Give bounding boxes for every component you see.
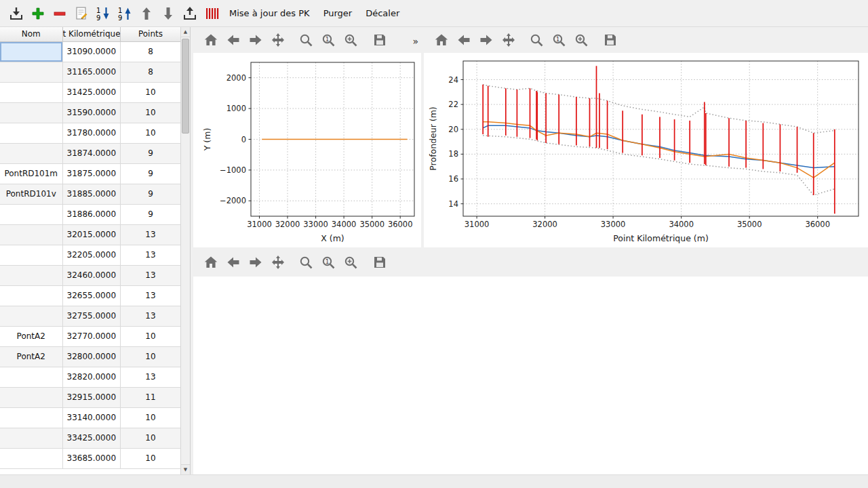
cell-nom[interactable]: [0, 224, 62, 245]
table-row[interactable]: 33685.000010: [0, 448, 181, 468]
pan-button[interactable]: [269, 30, 288, 49]
purge-button[interactable]: Purger: [317, 3, 359, 24]
cell-points[interactable]: 11: [120, 387, 181, 407]
cell-pk[interactable]: 31165.0000: [62, 62, 120, 82]
pan-button[interactable]: [499, 30, 518, 49]
cell-points[interactable]: 10: [120, 326, 181, 346]
cell-pk[interactable]: 31874.0000: [62, 143, 120, 163]
cell-pk[interactable]: 31090.0000: [62, 41, 120, 62]
cell-nom[interactable]: [0, 407, 62, 428]
zoom-area-button[interactable]: [341, 30, 360, 49]
cell-nom[interactable]: [0, 143, 62, 163]
cell-nom[interactable]: [0, 387, 62, 407]
cell-points[interactable]: 13: [120, 245, 181, 265]
cell-nom[interactable]: [0, 428, 62, 448]
save-button[interactable]: [370, 30, 389, 49]
cell-nom[interactable]: [0, 62, 62, 82]
forward-button[interactable]: [246, 30, 265, 49]
cell-nom[interactable]: [0, 204, 62, 224]
cell-pk[interactable]: 32800.0000: [62, 346, 120, 367]
home-button[interactable]: [201, 30, 220, 49]
table-row[interactable]: 32205.000013: [0, 245, 181, 265]
table-row[interactable]: 31886.00009: [0, 204, 181, 224]
add-row-button[interactable]: [27, 3, 49, 24]
sections-button[interactable]: [201, 3, 222, 24]
cell-points[interactable]: 9: [120, 163, 181, 184]
cell-pk[interactable]: 32205.0000: [62, 245, 120, 265]
cell-points[interactable]: 9: [120, 143, 181, 163]
cell-pk[interactable]: 31590.0000: [62, 102, 120, 123]
cell-points[interactable]: 9: [120, 204, 181, 224]
cell-pk[interactable]: 31885.0000: [62, 184, 120, 204]
cell-pk[interactable]: 33140.0000: [62, 407, 120, 428]
table-row[interactable]: PontRD101v31885.00009: [0, 184, 181, 204]
move-down-button[interactable]: [157, 3, 179, 24]
save-button[interactable]: [370, 253, 389, 272]
sort-descending-button[interactable]: [92, 3, 114, 24]
table-row[interactable]: 31590.000010: [0, 102, 181, 123]
cell-nom[interactable]: [0, 306, 62, 326]
cell-nom[interactable]: [0, 82, 62, 102]
cell-pk[interactable]: 33685.0000: [62, 448, 120, 468]
home-button[interactable]: [201, 253, 220, 272]
forward-button[interactable]: [477, 30, 496, 49]
table-row[interactable]: 31165.00008: [0, 62, 181, 82]
table-row[interactable]: 32915.000011: [0, 387, 181, 407]
scroll-up-button[interactable]: ▲: [181, 27, 190, 37]
zoom-one-button[interactable]: [549, 30, 568, 49]
cell-nom[interactable]: [0, 448, 62, 468]
cell-points[interactable]: 10: [120, 82, 181, 102]
xy-plot[interactable]: 310003200033000340003500036000−2000−1000…: [193, 53, 421, 247]
cell-points[interactable]: 13: [120, 224, 181, 245]
zoom-area-button[interactable]: [341, 253, 360, 272]
cell-nom[interactable]: [0, 41, 62, 62]
pan-button[interactable]: [269, 253, 288, 272]
cell-pk[interactable]: 32655.0000: [62, 285, 120, 306]
table-row[interactable]: 33425.000010: [0, 428, 181, 448]
cell-pk[interactable]: 32770.0000: [62, 326, 120, 346]
table-row[interactable]: 31425.000010: [0, 82, 181, 102]
profile-plot[interactable]: 3100032000330003400035000360001416182022…: [424, 53, 868, 247]
back-button[interactable]: [454, 30, 473, 49]
table-row[interactable]: 32755.000013: [0, 306, 181, 326]
cell-points[interactable]: 13: [120, 306, 181, 326]
toolbar-overflow-icon[interactable]: »: [412, 36, 418, 47]
table-row[interactable]: 31874.00009: [0, 143, 181, 163]
cell-points[interactable]: 13: [120, 265, 181, 285]
cell-nom[interactable]: [0, 123, 62, 143]
column-header-pk[interactable]: t Kilométrique: [62, 27, 120, 41]
cell-pk[interactable]: 32015.0000: [62, 224, 120, 245]
table-row[interactable]: 33140.000010: [0, 407, 181, 428]
zoom-one-button[interactable]: [319, 253, 338, 272]
table-row[interactable]: PontRD101m31875.00009: [0, 163, 181, 184]
cell-points[interactable]: 10: [120, 102, 181, 123]
cell-pk[interactable]: 32460.0000: [62, 265, 120, 285]
table-row[interactable]: 31090.00008: [0, 41, 181, 62]
table-row[interactable]: 32655.000013: [0, 285, 181, 306]
cell-pk[interactable]: 31780.0000: [62, 123, 120, 143]
cell-points[interactable]: 13: [120, 367, 181, 387]
forward-button[interactable]: [246, 253, 265, 272]
shift-button[interactable]: Décaler: [359, 3, 406, 24]
column-header-nom[interactable]: Nom: [0, 27, 62, 41]
cell-points[interactable]: 13: [120, 285, 181, 306]
cell-nom[interactable]: [0, 245, 62, 265]
cell-pk[interactable]: 32755.0000: [62, 306, 120, 326]
cell-points[interactable]: 8: [120, 62, 181, 82]
cell-pk[interactable]: 31875.0000: [62, 163, 120, 184]
cell-points[interactable]: 9: [120, 184, 181, 204]
zoom-area-button[interactable]: [572, 30, 591, 49]
cell-nom[interactable]: PontRD101v: [0, 184, 62, 204]
table-row[interactable]: 32460.000013: [0, 265, 181, 285]
cell-nom[interactable]: PontRD101m: [0, 163, 62, 184]
table-row[interactable]: PontA232800.000010: [0, 346, 181, 367]
cell-points[interactable]: 10: [120, 407, 181, 428]
cell-pk[interactable]: 31886.0000: [62, 204, 120, 224]
home-button[interactable]: [432, 30, 451, 49]
zoom-one-button[interactable]: [319, 30, 338, 49]
scroll-down-button[interactable]: ▼: [181, 464, 190, 474]
sort-ascending-button[interactable]: [114, 3, 136, 24]
remove-row-button[interactable]: [49, 3, 71, 24]
cell-nom[interactable]: [0, 102, 62, 123]
table-row[interactable]: 31780.000010: [0, 123, 181, 143]
